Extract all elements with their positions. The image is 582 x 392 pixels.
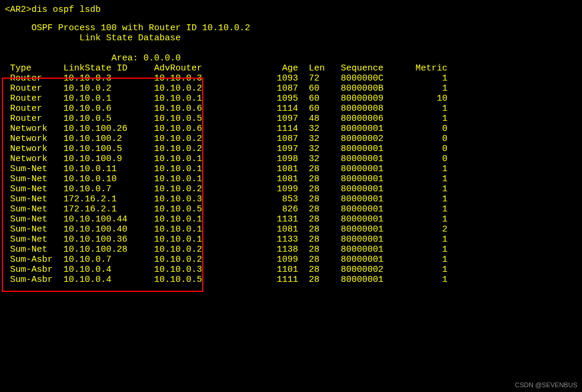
table-row: Network 10.10.100.9 10.10.0.1 1098 32 80… — [5, 154, 577, 164]
table-row: Router 10.10.0.5 10.10.0.5 1097 48 80000… — [5, 114, 577, 124]
table-header: Type LinkState ID AdvRouter Age Len Sequ… — [5, 63, 577, 73]
table-row: Sum-Net 10.10.100.40 10.10.0.1 1081 28 8… — [5, 224, 577, 234]
table-row: Router 10.10.0.6 10.10.0.6 1114 60 80000… — [5, 104, 577, 114]
table-row: Sum-Net 10.10.100.44 10.10.0.1 1131 28 8… — [5, 214, 577, 224]
command-text: dis ospf lsdb — [31, 5, 101, 15]
watermark: CSDN @SEVENBUS — [515, 381, 577, 388]
table-row: Sum-Net 172.16.2.1 10.10.0.5 826 28 8000… — [5, 204, 577, 214]
table-row: Network 10.10.100.2 10.10.0.2 1087 32 80… — [5, 134, 577, 144]
ospf-title: OSPF Process 100 with Router ID 10.10.0.… — [5, 23, 577, 33]
table-row: Sum-Asbr 10.10.0.4 10.10.0.3 1101 28 800… — [5, 265, 577, 275]
prompt-prefix: <AR2> — [5, 5, 31, 15]
table-row: Router 10.10.0.3 10.10.0.3 1093 72 80000… — [5, 73, 577, 83]
table-body: Router 10.10.0.3 10.10.0.3 1093 72 80000… — [5, 73, 577, 285]
table-row: Sum-Net 10.10.0.7 10.10.0.2 1099 28 8000… — [5, 184, 577, 194]
table-row: Router 10.10.0.2 10.10.0.2 1087 60 80000… — [5, 83, 577, 94]
table-row: Router 10.10.0.1 10.10.0.1 1095 60 80000… — [5, 94, 577, 104]
ospf-subtitle: Link State Database — [5, 33, 577, 43]
table-row: Network 10.10.100.26 10.10.0.6 1114 32 8… — [5, 124, 577, 134]
table-row: Sum-Net 10.10.100.36 10.10.0.1 1133 28 8… — [5, 234, 577, 245]
command-prompt[interactable]: <AR2>dis ospf lsdb — [5, 5, 577, 15]
table-row: Sum-Asbr 10.10.0.7 10.10.0.2 1099 28 800… — [5, 255, 577, 265]
table-row: Sum-Net 10.10.0.11 10.10.0.1 1081 28 800… — [5, 164, 577, 174]
table-row: Sum-Asbr 10.10.0.4 10.10.0.5 1111 28 800… — [5, 275, 577, 285]
table-row: Sum-Net 10.10.100.28 10.10.0.2 1138 28 8… — [5, 245, 577, 255]
table-row: Sum-Net 172.16.2.1 10.10.0.3 853 28 8000… — [5, 194, 577, 204]
blank-line — [5, 43, 577, 53]
area-line: Area: 0.0.0.0 — [5, 53, 577, 63]
table-row: Sum-Net 10.10.0.10 10.10.0.1 1081 28 800… — [5, 174, 577, 184]
table-row: Network 10.10.100.5 10.10.0.2 1097 32 80… — [5, 144, 577, 154]
